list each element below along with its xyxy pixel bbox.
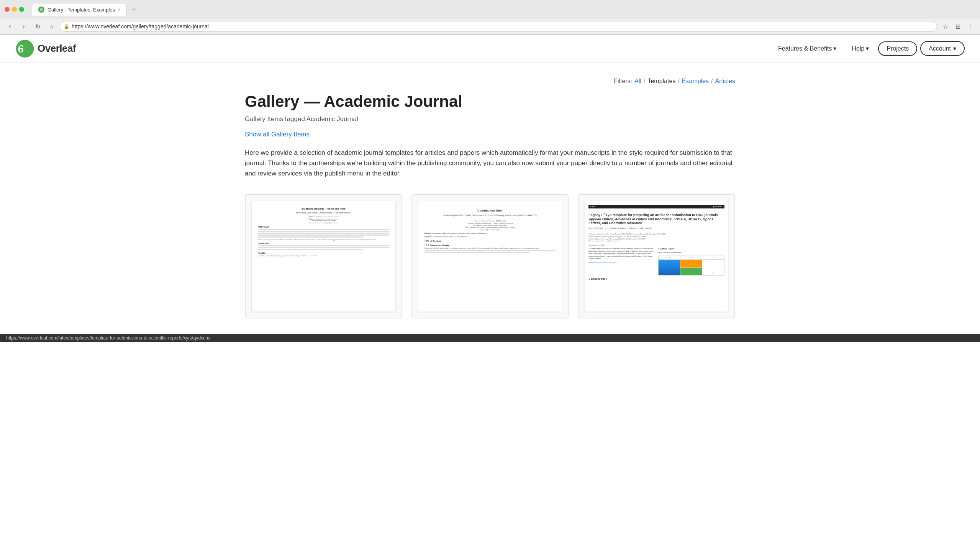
tab-bar: S Gallery - Templates, Examples × + bbox=[27, 3, 144, 16]
address-bar-right: ☆ ⊞ ⋮ bbox=[940, 21, 975, 32]
c2-keywords-text: Keywords: First keyword · Second keyword… bbox=[424, 236, 556, 238]
c3-figure-table: A B C bbox=[658, 256, 724, 276]
c3-doi: http://dx.doi.org/10.1364/ao.XX.XXXXXX bbox=[588, 261, 655, 263]
projects-button[interactable]: Projects bbox=[878, 41, 917, 56]
c3-sample-figure-title: A. Sample Figure bbox=[658, 248, 724, 250]
filters: Filters: All / Templates / Examples / Ar… bbox=[245, 78, 735, 85]
new-tab-button[interactable]: + bbox=[128, 4, 139, 15]
page-title: Gallery — Academic Journal bbox=[245, 92, 735, 111]
c1-line-4 bbox=[258, 235, 389, 236]
c1-results-body: Up to three levels of subheading are per… bbox=[258, 255, 389, 257]
tab-close-button[interactable]: × bbox=[118, 7, 120, 12]
nav-help[interactable]: Help ▾ bbox=[846, 42, 875, 55]
filter-sep-2: / bbox=[678, 78, 679, 85]
c3-affiliations: 1Publications Department, The Optical So… bbox=[588, 233, 724, 242]
c2-line-2 bbox=[424, 252, 529, 253]
c2-line-1 bbox=[424, 250, 556, 251]
c1-authors: Alice Author1,2, Bob Author2, Christine … bbox=[258, 212, 389, 214]
show-all-link[interactable]: Show all Gallery Items bbox=[245, 131, 310, 138]
filter-templates[interactable]: Templates bbox=[647, 78, 675, 85]
c3-body-text: This legacy template can be used to prep… bbox=[588, 248, 655, 260]
tab-favicon: S bbox=[38, 7, 44, 13]
c2-authors: First Author1[0000-1111-2222-3333], Seco… bbox=[424, 215, 556, 217]
c3-title: Legacy LATEX template for preparing an a… bbox=[588, 212, 724, 225]
nav-features[interactable]: Features & Benefits ▾ bbox=[772, 42, 843, 55]
c2-section-1: 1 First Section bbox=[424, 240, 556, 243]
traffic-lights bbox=[5, 7, 24, 12]
c1-title: Scientific Reports Title to see here bbox=[258, 207, 389, 210]
browser-titlebar: S Gallery - Templates, Examples × + bbox=[0, 0, 980, 19]
c1-intro-line-2 bbox=[258, 247, 389, 248]
c1-line-1 bbox=[258, 229, 389, 230]
c2-affiliations: 1 Princeton University, Princeton NJ 085… bbox=[424, 220, 556, 231]
gallery-card-3[interactable]: Letter Optics Letters Legacy LATEX templ… bbox=[578, 194, 735, 318]
c1-results-label: Results bbox=[258, 252, 389, 254]
c3-orange-block bbox=[680, 260, 702, 268]
c3-col-a-bar bbox=[659, 260, 680, 275]
filter-sep-3: / bbox=[711, 78, 713, 85]
gallery-card-2[interactable]: Contribution Title* First Author1[0000-1… bbox=[411, 194, 569, 318]
active-tab[interactable]: S Gallery - Templates, Examples × bbox=[32, 3, 127, 16]
refresh-button[interactable]: ↻ bbox=[32, 21, 43, 32]
c1-line-2 bbox=[258, 231, 389, 232]
c3-introduction-label: 1. INTRODUCTION bbox=[588, 278, 724, 280]
c1-intro-label: Introduction bbox=[258, 242, 389, 244]
address-bar: ‹ › ↻ ⌂ 🔒 ☆ ⊞ ⋮ bbox=[0, 19, 980, 34]
svg-text:6: 6 bbox=[18, 42, 24, 55]
c3-authors: AUTHOR ONE1,2,3, AUTHOR TWO2,*, AND AUTH… bbox=[588, 227, 724, 230]
card-2-paper: Contribution Title* First Author1[0000-1… bbox=[418, 201, 562, 312]
c3-header-left: Letter bbox=[590, 206, 595, 208]
logo-link[interactable]: 6 Overleaf bbox=[15, 39, 76, 58]
menu-button[interactable]: ⋮ bbox=[965, 21, 975, 32]
address-input[interactable] bbox=[60, 21, 937, 32]
main-content: Filters: All / Templates / Examples / Ar… bbox=[222, 62, 758, 334]
tab-title: Gallery - Templates, Examples bbox=[48, 7, 115, 13]
card-3-paper: Letter Optics Letters Legacy LATEX templ… bbox=[585, 201, 728, 312]
forward-button[interactable]: › bbox=[18, 21, 29, 32]
filter-sep-1: / bbox=[644, 78, 645, 85]
c2-abstract-text: Abstract. The abstract should briefly su… bbox=[424, 232, 556, 234]
address-wrapper: 🔒 bbox=[60, 21, 937, 32]
c3-col-right: A. Sample Figure Figure 1 shows an examp… bbox=[658, 248, 724, 276]
c3-col-c-number: 1 bbox=[702, 260, 724, 275]
c1-line-5 bbox=[258, 236, 363, 238]
c1-please-note: Please note: Abbreviations should be int… bbox=[258, 239, 389, 241]
status-url: https://www.overleaf.com/latex/templates… bbox=[6, 335, 210, 341]
site-header: 6 Overleaf Features & Benefits ▾ Help ▾ … bbox=[0, 35, 980, 62]
back-button[interactable]: ‹ bbox=[5, 21, 15, 32]
extensions-button[interactable]: ⊞ bbox=[952, 21, 963, 32]
filter-articles[interactable]: Articles bbox=[715, 78, 735, 85]
c3-header-right: Optics Letters bbox=[712, 206, 723, 208]
fullscreen-button[interactable] bbox=[19, 7, 24, 12]
lock-icon: 🔒 bbox=[64, 24, 69, 29]
logo-text: Overleaf bbox=[38, 43, 76, 54]
bookmark-button[interactable]: ☆ bbox=[940, 21, 951, 32]
card-1-paper: Scientific Reports Title to see here Ali… bbox=[252, 201, 395, 312]
filter-all[interactable]: All bbox=[634, 78, 641, 85]
c3-compiled: Compiled July 19, 2019 bbox=[588, 244, 724, 246]
c3-green-block bbox=[680, 268, 702, 276]
c2-subsection-1-1: 1.1 A Subsection Sample bbox=[424, 244, 556, 246]
c3-col-b-content bbox=[680, 260, 702, 275]
c3-header-bar: Letter Optics Letters bbox=[588, 205, 724, 208]
page-description: Here we provide a selection of academic … bbox=[245, 148, 735, 179]
c3-table-header: A B C bbox=[659, 256, 724, 260]
account-button[interactable]: Account ▾ bbox=[920, 41, 965, 56]
c1-line-3 bbox=[258, 233, 389, 234]
gallery-card-1[interactable]: Scientific Reports Title to see here Ali… bbox=[245, 194, 402, 318]
home-button[interactable]: ⌂ bbox=[46, 21, 57, 32]
c2-title: Contribution Title* bbox=[424, 209, 556, 212]
filter-examples[interactable]: Examples bbox=[682, 78, 709, 85]
c1-intro-line-1 bbox=[258, 245, 389, 246]
logo-area: 6 Overleaf bbox=[15, 39, 76, 58]
c2-body: Please note that the first paragraph of … bbox=[424, 247, 556, 249]
c3-col-left: This legacy template can be used to prep… bbox=[588, 248, 655, 276]
c1-intro-line-3 bbox=[258, 249, 363, 250]
close-button[interactable] bbox=[5, 7, 10, 12]
minimize-button[interactable] bbox=[12, 7, 17, 12]
status-bar: https://www.overleaf.com/latex/templates… bbox=[0, 334, 980, 342]
page-subtitle: Gallery Items tagged Academic Journal bbox=[245, 115, 735, 123]
main-nav: Features & Benefits ▾ Help ▾ Projects Ac… bbox=[772, 41, 965, 56]
c3-sample-figure-caption: Figure 1 shows an example figure. bbox=[658, 251, 724, 253]
filters-label: Filters: bbox=[614, 78, 632, 85]
